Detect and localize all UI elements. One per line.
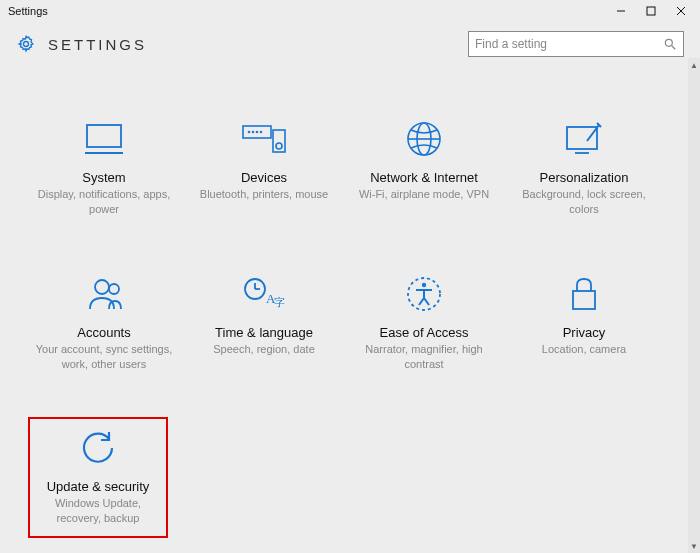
tile-title: Time & language <box>215 325 313 340</box>
tile-title: Update & security <box>47 479 150 494</box>
update-icon <box>79 427 117 469</box>
lock-icon <box>568 273 600 315</box>
close-button[interactable] <box>666 0 696 22</box>
svg-rect-30 <box>573 291 595 309</box>
tile-personalization[interactable]: Personalization Background, lock screen,… <box>508 114 660 221</box>
personalization-icon <box>563 118 605 160</box>
devices-icon <box>241 118 287 160</box>
globe-icon <box>405 118 443 160</box>
svg-point-22 <box>109 284 119 294</box>
search-box[interactable] <box>468 31 684 57</box>
svg-text:字: 字 <box>274 296 285 308</box>
tile-desc: Narrator, magnifier, high contrast <box>354 342 494 372</box>
svg-point-11 <box>253 132 254 133</box>
tile-title: Ease of Access <box>380 325 469 340</box>
minimize-button[interactable] <box>606 0 636 22</box>
tile-devices[interactable]: Devices Bluetooth, printers, mouse <box>188 114 340 221</box>
time-language-icon: A 字 <box>242 273 286 315</box>
tile-desc: Windows Update, recovery, backup <box>32 496 164 526</box>
tile-desc: Your account, sync settings, work, other… <box>34 342 174 372</box>
settings-grid: System Display, notifications, apps, pow… <box>0 58 688 538</box>
minimize-icon <box>616 6 626 16</box>
display-icon <box>83 118 125 160</box>
tile-title: Personalization <box>540 170 629 185</box>
tile-desc: Bluetooth, printers, mouse <box>200 187 328 202</box>
tile-desc: Speech, region, date <box>213 342 315 357</box>
tile-update-security[interactable]: Update & security Windows Update, recove… <box>28 417 168 538</box>
svg-point-21 <box>95 280 109 294</box>
svg-point-10 <box>249 132 250 133</box>
window-title: Settings <box>8 5 48 17</box>
close-icon <box>676 6 686 16</box>
tile-title: Accounts <box>77 325 130 340</box>
tile-desc: Background, lock screen, colors <box>514 187 654 217</box>
maximize-icon <box>646 6 656 16</box>
tile-time-language[interactable]: A 字 Time & language Speech, region, date <box>188 269 340 376</box>
tile-title: System <box>82 170 125 185</box>
svg-point-15 <box>276 143 282 149</box>
header: SETTINGS <box>0 22 700 58</box>
tile-title: Network & Internet <box>370 170 478 185</box>
tile-accounts[interactable]: Accounts Your account, sync settings, wo… <box>28 269 180 376</box>
svg-rect-7 <box>87 125 121 147</box>
tile-network[interactable]: Network & Internet Wi-Fi, airplane mode,… <box>348 114 500 221</box>
tile-desc: Wi-Fi, airplane mode, VPN <box>359 187 489 202</box>
svg-point-13 <box>261 132 262 133</box>
ease-of-access-icon <box>405 273 443 315</box>
svg-line-6 <box>672 46 676 50</box>
tile-title: Devices <box>241 170 287 185</box>
svg-point-4 <box>24 42 29 47</box>
title-bar: Settings <box>0 0 700 22</box>
gear-icon <box>16 34 36 54</box>
tile-ease-of-access[interactable]: Ease of Access Narrator, magnifier, high… <box>348 269 500 376</box>
scroll-down-arrow[interactable]: ▼ <box>688 539 700 553</box>
tile-desc: Display, notifications, apps, power <box>34 187 174 217</box>
svg-rect-19 <box>567 127 597 149</box>
search-icon <box>663 37 677 51</box>
tile-title: Privacy <box>563 325 606 340</box>
maximize-button[interactable] <box>636 0 666 22</box>
tile-desc: Location, camera <box>542 342 626 357</box>
svg-point-12 <box>257 132 258 133</box>
svg-point-29 <box>422 282 426 286</box>
search-input[interactable] <box>475 37 663 51</box>
page-title: SETTINGS <box>48 36 147 53</box>
vertical-scrollbar[interactable]: ▲ ▼ <box>688 58 700 553</box>
content-area: System Display, notifications, apps, pow… <box>0 58 700 553</box>
scroll-up-arrow[interactable]: ▲ <box>688 58 700 72</box>
svg-rect-1 <box>647 7 655 15</box>
tile-privacy[interactable]: Privacy Location, camera <box>508 269 660 376</box>
accounts-icon <box>84 273 124 315</box>
tile-system[interactable]: System Display, notifications, apps, pow… <box>28 114 180 221</box>
svg-point-5 <box>665 39 672 46</box>
